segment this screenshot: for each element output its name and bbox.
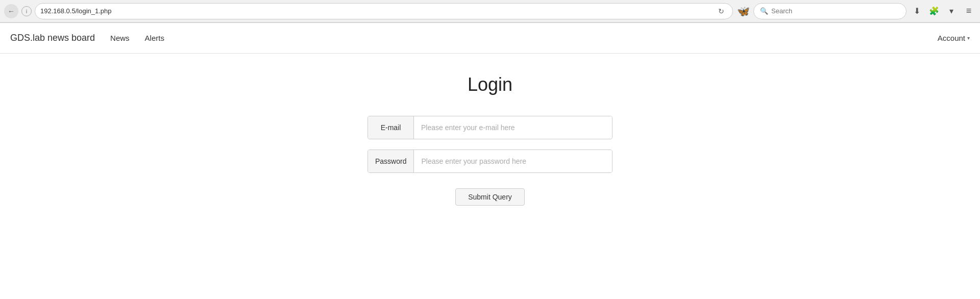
info-icon: i bbox=[21, 6, 32, 16]
browser-toolbar: ← i ↻ 🦋 🔍 ⬇ 🧩 ▾ ≡ bbox=[0, 0, 980, 22]
search-bar[interactable]: 🔍 bbox=[753, 3, 906, 19]
nav-links: News Alerts bbox=[110, 34, 164, 42]
account-label: Account bbox=[938, 34, 965, 42]
menu-button[interactable]: ≡ bbox=[962, 4, 976, 18]
toolbar-right: ⬇ 🧩 ▾ ≡ bbox=[910, 4, 976, 18]
site-nav: GDS.lab news board News Alerts Account ▾ bbox=[0, 23, 980, 54]
extensions-button[interactable]: 🧩 bbox=[927, 4, 941, 18]
reload-button[interactable]: ↻ bbox=[715, 5, 727, 17]
download-button[interactable]: ⬇ bbox=[910, 4, 924, 18]
page-title: Login bbox=[468, 74, 512, 95]
extensions-dropdown-button[interactable]: ▾ bbox=[944, 4, 959, 18]
address-input[interactable] bbox=[40, 7, 712, 15]
site-brand: GDS.lab news board bbox=[10, 33, 95, 43]
submit-button[interactable]: Submit Query bbox=[455, 188, 525, 206]
nav-link-alerts[interactable]: Alerts bbox=[145, 34, 164, 42]
pocket-icon[interactable]: 🦋 bbox=[736, 4, 750, 18]
search-icon: 🔍 bbox=[760, 7, 768, 15]
back-button[interactable]: ← bbox=[4, 4, 18, 18]
password-label: Password bbox=[368, 150, 414, 172]
nav-right: Account ▾ bbox=[938, 34, 970, 42]
browser-chrome: ← i ↻ 🦋 🔍 ⬇ 🧩 ▾ ≡ bbox=[0, 0, 980, 23]
main-content: Login E-mail Password Submit Query bbox=[0, 54, 980, 206]
password-input[interactable] bbox=[414, 150, 612, 172]
address-bar[interactable]: ↻ bbox=[35, 3, 733, 19]
login-form: E-mail Password Submit Query bbox=[368, 116, 612, 206]
nav-link-news[interactable]: News bbox=[110, 34, 130, 42]
account-button[interactable]: Account ▾ bbox=[938, 34, 970, 42]
email-label: E-mail bbox=[368, 116, 414, 139]
account-dropdown-icon: ▾ bbox=[967, 35, 970, 41]
password-field-group: Password bbox=[368, 150, 612, 173]
search-input[interactable] bbox=[771, 7, 884, 15]
email-field-group: E-mail bbox=[368, 116, 612, 139]
email-input[interactable] bbox=[414, 116, 612, 139]
